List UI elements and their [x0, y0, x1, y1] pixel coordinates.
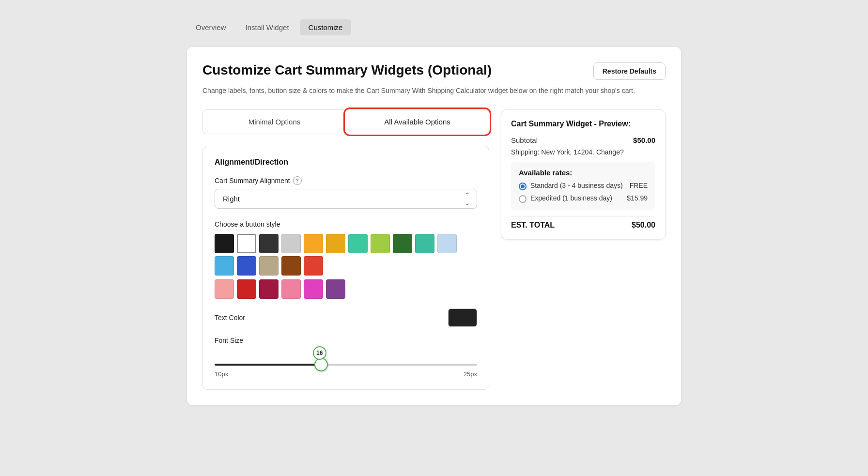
rate-price-standard: FREE — [630, 182, 648, 189]
slider-min-label: 10px — [215, 370, 228, 378]
tab-minimal-options[interactable]: Minimal Options — [203, 110, 346, 134]
restore-defaults-button[interactable]: Restore Defaults — [593, 62, 666, 80]
color-swatch-lime[interactable] — [371, 234, 390, 253]
preview-total-row: EST. TOTAL $50.00 — [511, 216, 655, 230]
rate-standard-left: Standard (3 - 4 business days) — [519, 182, 623, 190]
rate-radio-standard[interactable] — [519, 183, 527, 190]
alignment-select[interactable]: Left Center Right — [215, 189, 477, 209]
color-swatch-emerald[interactable] — [415, 234, 434, 253]
color-swatch-hot-pink[interactable] — [281, 279, 301, 299]
color-swatch-blue[interactable] — [237, 256, 256, 276]
rate-price-expedited: $15.99 — [627, 194, 648, 202]
rate-name-standard: Standard (3 - 4 business days) — [530, 182, 623, 189]
preview-subtotal-value: $50.00 — [633, 136, 655, 144]
color-swatch-sky-blue[interactable] — [215, 256, 234, 276]
preview-subtotal-label: Subtotal — [511, 136, 538, 144]
rates-box: Available rates: Standard (3 - 4 busines… — [511, 162, 655, 210]
button-style-label: Choose a button style — [215, 220, 477, 228]
color-swatch-red-medium[interactable] — [237, 279, 256, 299]
page-title: Customize Cart Summary Widgets (Optional… — [202, 62, 492, 78]
tab-all-available-options[interactable]: All Available Options — [346, 110, 489, 134]
font-size-slider-container: 16 — [215, 350, 477, 368]
color-swatch-white[interactable] — [237, 234, 256, 253]
rate-radio-expedited[interactable] — [519, 195, 527, 203]
preview-subtotal-row: Subtotal $50.00 — [511, 136, 655, 144]
color-swatch-light-blue[interactable] — [437, 234, 457, 253]
content-row: Minimal Options All Available Options Al… — [202, 109, 666, 390]
rate-name-expedited: Expedited (1 business day) — [530, 194, 612, 202]
alignment-section-title: Alignment/Direction — [215, 158, 477, 167]
alignment-field-label: Cart Summary Alignment ? — [215, 176, 477, 185]
color-swatch-dark-green[interactable] — [393, 234, 412, 253]
rate-option-standard: Standard (3 - 4 business days) FREE — [519, 182, 648, 190]
color-swatch-red[interactable] — [304, 256, 323, 276]
color-swatch-pink-light[interactable] — [215, 279, 234, 299]
color-swatch-yellow[interactable] — [304, 234, 323, 253]
color-swatch-purple[interactable] — [326, 279, 345, 299]
color-swatch-teal[interactable] — [348, 234, 368, 253]
left-panel: Minimal Options All Available Options Al… — [202, 109, 489, 390]
color-swatch-brown[interactable] — [281, 256, 301, 276]
top-nav-tabs: Overview Install Widget Customize — [187, 19, 681, 35]
alignment-help-icon[interactable]: ? — [293, 176, 302, 185]
tab-overview[interactable]: Overview — [187, 19, 235, 35]
color-swatch-magenta[interactable] — [304, 279, 323, 299]
preview-shipping-text: Shipping: New York, 14204. Change? — [511, 148, 655, 156]
rates-title: Available rates: — [519, 169, 648, 177]
slider-labels: 10px 25px — [215, 370, 477, 378]
text-color-row: Text Color — [215, 308, 477, 327]
main-subtitle: Change labels, fonts, button size & colo… — [202, 86, 666, 96]
right-panel: Cart Summary Widget - Preview: Subtotal … — [501, 109, 666, 240]
color-swatch-light-gray[interactable] — [281, 234, 301, 253]
color-swatch-crimson[interactable] — [259, 279, 279, 299]
alignment-select-wrapper: Left Center Right ⌃⌄ — [215, 189, 477, 209]
rate-expedited-left: Expedited (1 business day) — [519, 194, 612, 203]
tab-switcher: Minimal Options All Available Options — [202, 109, 489, 134]
tab-customize[interactable]: Customize — [300, 19, 352, 35]
rate-option-expedited: Expedited (1 business day) $15.99 — [519, 194, 648, 203]
color-swatch-tan[interactable] — [259, 256, 279, 276]
color-swatch-grid — [215, 234, 477, 276]
color-swatch-gold[interactable] — [326, 234, 345, 253]
text-color-label: Text Color — [215, 314, 245, 322]
main-card-header: Customize Cart Summary Widgets (Optional… — [202, 62, 666, 80]
preview-card: Cart Summary Widget - Preview: Subtotal … — [501, 109, 666, 240]
preview-total-label: EST. TOTAL — [511, 221, 555, 230]
text-color-swatch[interactable] — [448, 308, 477, 327]
color-swatch-dark-gray[interactable] — [259, 234, 279, 253]
preview-title: Cart Summary Widget - Preview: — [511, 120, 655, 128]
main-card: Customize Cart Summary Widgets (Optional… — [187, 47, 681, 405]
color-swatch-grid-row2 — [215, 279, 477, 299]
preview-total-value: $50.00 — [632, 221, 655, 230]
font-size-slider[interactable] — [215, 364, 477, 366]
color-swatch-black[interactable] — [215, 234, 234, 253]
options-panel: Alignment/Direction Cart Summary Alignme… — [202, 146, 489, 390]
tab-install-widget[interactable]: Install Widget — [237, 19, 298, 35]
font-size-label: Font Size — [215, 337, 477, 344]
slider-max-label: 25px — [464, 370, 477, 378]
